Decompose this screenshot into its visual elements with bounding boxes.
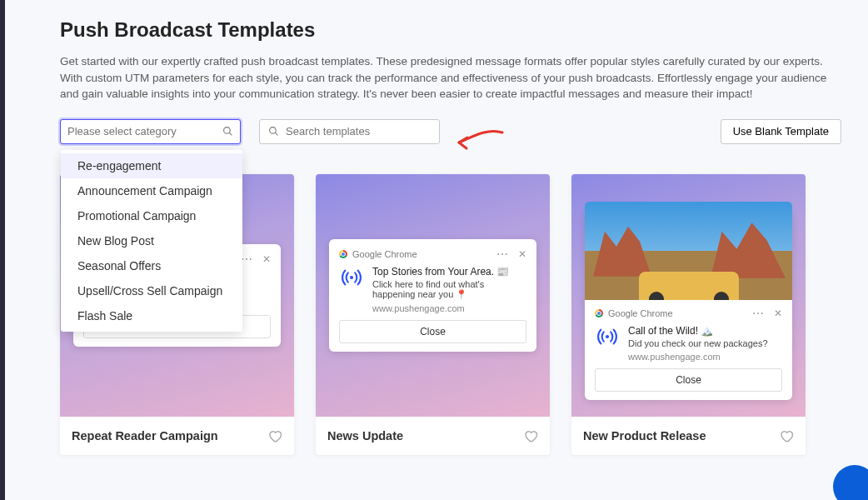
category-option[interactable]: Seasonal Offers <box>61 253 242 278</box>
notif-url: www.pushengage.com <box>628 352 768 362</box>
template-card[interactable]: Google Chrome ⋯ ✕ <box>316 174 550 455</box>
notif-body: Did you check our new packages? <box>628 338 768 348</box>
notif-body: Click here to find out what's happening … <box>372 279 526 300</box>
category-option[interactable]: New Blog Post <box>61 228 242 253</box>
chrome-icon <box>595 309 603 318</box>
page-description: Get started with our expertly crafted pu… <box>60 53 841 102</box>
notif-close-button: Close <box>339 320 526 343</box>
category-option[interactable]: Re-engagement <box>61 153 242 178</box>
help-fab[interactable] <box>833 465 868 500</box>
search-icon <box>260 126 279 137</box>
template-title: News Update <box>327 429 403 442</box>
search-icon <box>216 126 240 137</box>
search-input[interactable] <box>279 125 439 138</box>
category-option[interactable]: Promotional Campaign <box>61 203 242 228</box>
template-card[interactable]: Google Chrome ⋯ ✕ <box>571 174 806 455</box>
page-title: Push Broadcast Templates <box>60 18 841 42</box>
category-select[interactable]: Re-engagement Announcement Campaign Prom… <box>60 119 241 144</box>
favorite-icon[interactable] <box>267 428 282 443</box>
template-preview: Google Chrome ⋯ ✕ <box>316 174 550 417</box>
close-icon: ✕ <box>518 248 526 260</box>
notif-title: Call of the Wild! 🏔️ <box>628 325 768 337</box>
more-icon: ⋯ <box>752 307 764 320</box>
browser-label: Google Chrome <box>608 308 673 318</box>
svg-point-2 <box>270 128 277 134</box>
close-icon: ✕ <box>774 308 782 319</box>
notif-url: www.pushengage.com <box>372 303 526 313</box>
push-notification: Google Chrome ⋯ ✕ <box>585 210 792 400</box>
chrome-icon <box>339 250 347 258</box>
category-option[interactable]: Announcement Campaign <box>61 178 242 203</box>
broadcast-icon <box>339 266 364 289</box>
template-preview: Google Chrome ⋯ ✕ <box>571 174 806 417</box>
controls-row: Re-engagement Announcement Campaign Prom… <box>60 119 841 144</box>
svg-point-5 <box>350 276 353 279</box>
favorite-icon[interactable] <box>779 428 794 443</box>
notif-hero-image <box>585 202 792 300</box>
svg-point-0 <box>224 128 231 134</box>
push-notification: Google Chrome ⋯ ✕ <box>329 239 536 352</box>
left-rail <box>0 0 5 500</box>
category-dropdown: Re-engagement Announcement Campaign Prom… <box>61 150 242 332</box>
blank-template-button[interactable]: Use Blank Template <box>721 119 841 144</box>
category-option[interactable]: Upsell/Cross Sell Campaign <box>61 278 242 303</box>
category-input[interactable] <box>61 125 216 138</box>
notif-close-button: Close <box>595 368 782 392</box>
svg-point-6 <box>606 335 609 338</box>
notif-title: Top Stories from Your Area. 📰 <box>372 266 526 278</box>
template-title: New Product Release <box>583 429 706 442</box>
template-title: Repeat Reader Campaign <box>72 429 218 442</box>
svg-line-3 <box>275 132 277 135</box>
broadcast-icon <box>595 325 620 348</box>
more-icon: ⋯ <box>496 248 508 261</box>
browser-label: Google Chrome <box>352 249 417 259</box>
svg-line-1 <box>229 132 232 135</box>
category-option[interactable]: Flash Sale <box>61 303 242 328</box>
close-icon: ✕ <box>262 253 271 265</box>
more-icon: ⋯ <box>241 252 252 266</box>
search-field[interactable] <box>259 119 440 144</box>
favorite-icon[interactable] <box>523 428 538 443</box>
